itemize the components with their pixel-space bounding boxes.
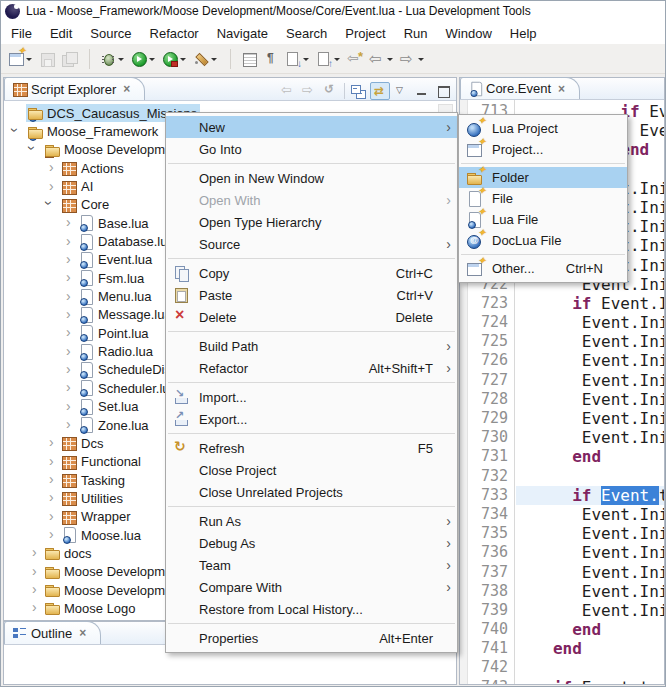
- chevron-right-icon[interactable]: [44, 435, 60, 451]
- code-line[interactable]: Event.IniPlayerName = Event.IniDCSUnit:g…: [516, 428, 664, 447]
- menu-item-project[interactable]: Project...: [459, 139, 627, 160]
- menu-item-refresh[interactable]: RefreshF5: [166, 437, 457, 459]
- code-line[interactable]: Event.IniUnitName = Event.IniDCSUnitName: [516, 543, 664, 562]
- collapse-all-icon[interactable]: [349, 82, 369, 100]
- debug-button[interactable]: [98, 49, 127, 69]
- code-line[interactable]: Event.IniDCSGroupName = "": [516, 390, 664, 409]
- chevron-right-icon[interactable]: [44, 509, 60, 525]
- last-edit-location-button[interactable]: [345, 49, 365, 69]
- dropdown-arrow-icon[interactable]: [116, 51, 125, 67]
- code-line[interactable]: Event.IniDCSUnit = Event.target: [516, 505, 664, 524]
- external-tools-button[interactable]: [191, 49, 220, 69]
- chevron-right-icon[interactable]: [61, 399, 77, 415]
- menu-item-go-into[interactable]: Go Into: [166, 138, 457, 160]
- chevron-right-icon[interactable]: [44, 454, 60, 470]
- chevron-right-icon[interactable]: [44, 160, 60, 176]
- menu-item-refactor[interactable]: RefactorAlt+Shift+T›: [166, 357, 457, 379]
- chevron-right-icon[interactable]: [61, 380, 77, 396]
- code-line[interactable]: if Event.IniDCSUnit then: [516, 294, 664, 313]
- menubar-item-search[interactable]: Search: [277, 24, 336, 43]
- code-line[interactable]: [516, 658, 664, 677]
- menubar-item-refactor[interactable]: Refactor: [141, 24, 208, 43]
- code-line[interactable]: Event.IniDCSUnitName = Event.IniDCSUnit:…: [516, 524, 664, 543]
- menu-item-other[interactable]: Other...Ctrl+N: [459, 258, 627, 279]
- menubar-item-window[interactable]: Window: [437, 24, 501, 43]
- close-icon[interactable]: ×: [79, 626, 86, 640]
- chevron-right-icon[interactable]: [61, 344, 77, 360]
- back-button[interactable]: [367, 49, 396, 69]
- menu-item-delete[interactable]: DeleteDelete: [166, 306, 457, 328]
- chevron-right-icon[interactable]: [44, 527, 60, 543]
- code-line[interactable]: Event.IniUnit = UNIT:FindByName( Event.I…: [516, 563, 664, 582]
- menu-item-source[interactable]: Source›: [166, 233, 457, 255]
- chevron-right-icon[interactable]: [27, 564, 43, 580]
- menu-item-debug-as[interactable]: Debug As›: [166, 532, 457, 554]
- chevron-right-icon[interactable]: [44, 490, 60, 506]
- dropdown-arrow-icon[interactable]: [332, 51, 341, 67]
- chevron-right-icon[interactable]: [61, 307, 77, 323]
- code-line[interactable]: Event.IniUnitName = Event.IniDCSUnitName: [516, 332, 664, 351]
- chevron-down-icon[interactable]: [27, 142, 43, 158]
- chevron-right-icon[interactable]: [61, 215, 77, 231]
- view-menu-icon[interactable]: [391, 82, 411, 100]
- next-annotation-button[interactable]: [283, 49, 312, 69]
- chevron-right-icon[interactable]: [27, 582, 43, 598]
- tab-core-event[interactable]: Core.Event ×: [460, 77, 580, 99]
- menu-item-properties[interactable]: PropertiesAlt+Enter: [166, 627, 457, 649]
- menubar-item-run[interactable]: Run: [395, 24, 437, 43]
- menu-item-close-unrelated-projects[interactable]: Close Unrelated Projects: [166, 481, 457, 503]
- menu-item-compare-with[interactable]: Compare With›: [166, 576, 457, 598]
- code-line[interactable]: end: [516, 620, 664, 639]
- menu-item-team[interactable]: Team›: [166, 554, 457, 576]
- menu-item-open-type-hierarchy[interactable]: Open Type Hierarchy: [166, 211, 457, 233]
- menu-item-new[interactable]: New›: [166, 116, 457, 138]
- menu-item-paste[interactable]: PasteCtrl+V: [166, 284, 457, 306]
- code-line[interactable]: [516, 467, 664, 486]
- profile-button[interactable]: [160, 49, 189, 69]
- code-line[interactable]: Event.IniDCSGroup = Event.IniDCSUnit:get…: [516, 371, 664, 390]
- menu-item-run-as[interactable]: Run As›: [166, 510, 457, 532]
- dropdown-arrow-icon[interactable]: [301, 51, 310, 67]
- dropdown-arrow-icon[interactable]: [385, 51, 394, 67]
- chevron-right-icon[interactable]: [61, 362, 77, 378]
- chevron-right-icon[interactable]: [61, 325, 77, 341]
- chevron-right-icon[interactable]: [44, 179, 60, 195]
- menu-item-doclua-file[interactable]: DocLua File: [459, 230, 627, 251]
- code-line[interactable]: Event.IniPlayerName = Event.IniDCSUnit:g…: [516, 601, 664, 620]
- menubar-item-help[interactable]: Help: [501, 24, 546, 43]
- menubar-item-source[interactable]: Source: [81, 24, 140, 43]
- previous-annotation-button[interactable]: [314, 49, 343, 69]
- dropdown-arrow-icon[interactable]: [24, 51, 33, 67]
- chevron-right-icon[interactable]: [61, 417, 77, 433]
- code-line[interactable]: Event.IniDCSUnitName = Event.IniDCSUnit:…: [516, 313, 664, 332]
- menu-item-export[interactable]: Export...: [166, 408, 457, 430]
- tab-outline[interactable]: Outline ×: [4, 621, 101, 644]
- chevron-right-icon[interactable]: [27, 600, 43, 616]
- tab-script-explorer[interactable]: Script Explorer ×: [4, 77, 145, 100]
- menubar-item-edit[interactable]: Edit: [41, 24, 81, 43]
- maximize-icon[interactable]: [433, 82, 453, 100]
- forward-button[interactable]: [398, 49, 427, 69]
- code-line[interactable]: end: [516, 639, 664, 658]
- menubar-item-project[interactable]: Project: [336, 24, 394, 43]
- code-line[interactable]: if Event.target then: [516, 486, 664, 505]
- menu-item-close-project[interactable]: Close Project: [166, 459, 457, 481]
- forward-icon[interactable]: [299, 82, 319, 100]
- chevron-down-icon[interactable]: [44, 197, 60, 213]
- menu-item-open-in-new-window[interactable]: Open in New Window: [166, 167, 457, 189]
- link-with-editor-icon[interactable]: [370, 82, 390, 100]
- run-button[interactable]: [129, 49, 158, 69]
- close-icon[interactable]: ×: [123, 82, 130, 96]
- show-whitespace-button[interactable]: [261, 49, 281, 69]
- code-line[interactable]: if Event.target then: [516, 678, 664, 684]
- code-line[interactable]: Event.IniDCSGroup = Event.IniDCSUnit:get…: [516, 582, 664, 601]
- dropdown-arrow-icon[interactable]: [178, 51, 187, 67]
- chevron-right-icon[interactable]: [27, 619, 43, 620]
- menu-item-restore-from-local-history[interactable]: Restore from Local History...: [166, 598, 457, 620]
- menu-item-build-path[interactable]: Build Path›: [166, 335, 457, 357]
- minimize-icon[interactable]: [412, 82, 432, 100]
- back-icon[interactable]: [278, 82, 298, 100]
- code-line[interactable]: end: [516, 447, 664, 466]
- chevron-right-icon[interactable]: [44, 472, 60, 488]
- chevron-right-icon[interactable]: [61, 270, 77, 286]
